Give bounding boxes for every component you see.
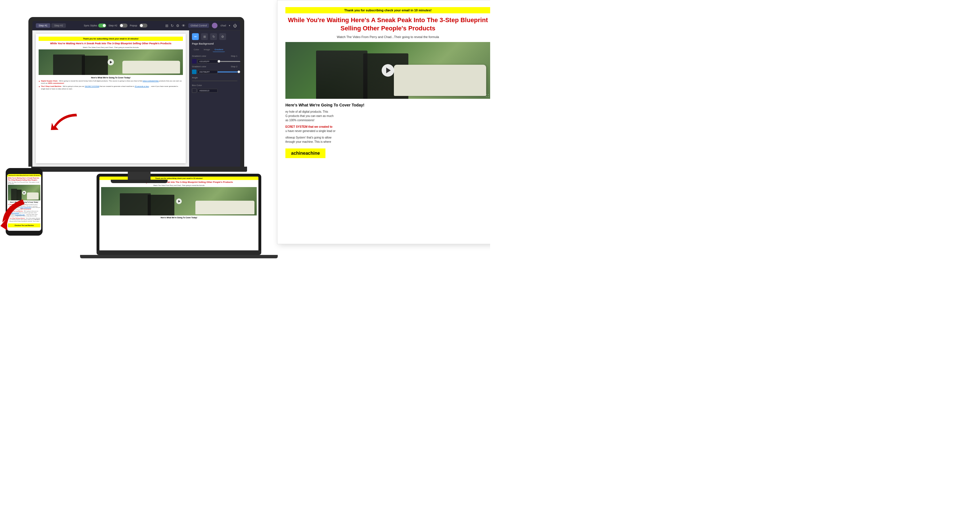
gradient-color2-row: Gradient color Stop 2 bbox=[192, 65, 237, 68]
stop2-slider[interactable] bbox=[218, 72, 240, 72]
bullet1-highlight: 100% commissions! bbox=[48, 82, 64, 84]
eye-icon[interactable]: 👁 bbox=[182, 24, 185, 28]
canvas-subtitle: Watch The Video From Perry and Chad...Th… bbox=[39, 46, 183, 48]
canvas-bullet-1: ● Digital Supply Chain - We're going to … bbox=[39, 80, 183, 84]
layers-icon[interactable]: ⊞ bbox=[165, 24, 169, 28]
panel-tab-color[interactable]: Color bbox=[192, 48, 201, 52]
canvas-title: While You're Waiting Here's A Sneak Peak… bbox=[39, 42, 183, 45]
color1-input[interactable] bbox=[198, 60, 218, 63]
step2-toggle[interactable] bbox=[119, 24, 127, 27]
angle-row: Angle bbox=[192, 76, 237, 79]
bg-page-text3: ollowup System' that's going to allow th… bbox=[285, 135, 490, 144]
laptop-video-play[interactable] bbox=[176, 199, 182, 204]
panel-section-title: Page Background bbox=[192, 42, 237, 45]
canvas-section-title: Here's What We're Going To Cover Today! bbox=[39, 76, 183, 79]
bg-page-cta-btn[interactable]: achineachine bbox=[285, 148, 325, 158]
laptop-wrapper: Thank you for subscribing check your ema… bbox=[97, 174, 261, 258]
color1-swatch[interactable] bbox=[192, 59, 197, 64]
bullet2-label: The 2 Step Lead Machine bbox=[41, 86, 61, 87]
stop1-label: Stop 1 bbox=[231, 55, 237, 57]
monitor-topbar: Step #1 Step #2 Sync Styles Step #2 Popu… bbox=[32, 21, 240, 30]
sync-styles-label: Sync Styles bbox=[84, 24, 97, 27]
bullet1-body: - We're going to reveal the secret honey… bbox=[58, 80, 143, 82]
panel-icon-layers[interactable]: ⊞ bbox=[201, 33, 208, 40]
bullet2-rest: that we created to generate a lead machi… bbox=[100, 86, 135, 87]
topbar-center: Sync Styles Step #2 Popup bbox=[69, 24, 162, 27]
stop2-label: Stop 2 bbox=[231, 65, 237, 68]
bg-video-expand-icon: ⛶ bbox=[486, 94, 489, 97]
bullet1-dot: ● bbox=[39, 80, 40, 82]
angle-label: Angle bbox=[192, 76, 198, 79]
phone-subtitle: Watch The Video From Perry and Chad...Th… bbox=[7, 181, 41, 185]
panel-tabs: Color Image Gradient bbox=[192, 48, 237, 52]
bullet1-link: HIGH CONVERTING bbox=[143, 80, 159, 82]
tab-step1[interactable]: Step #1 bbox=[36, 23, 50, 28]
panel-tab-gradient[interactable]: Gradient bbox=[213, 48, 225, 52]
topbar-step2-label: Step #2 bbox=[108, 24, 117, 27]
laptop-screen: Thank you for subscribing check your ema… bbox=[99, 177, 258, 250]
panel-icon-settings[interactable]: ⚙ bbox=[219, 33, 226, 40]
monitor-wrapper: Step #1 Step #2 Sync Styles Step #2 Popu… bbox=[29, 17, 250, 183]
bullet2-highlight: 45 seconds or less bbox=[135, 86, 149, 87]
bg-page-title: While You're Waiting Here's A Sneak Peak… bbox=[285, 16, 490, 32]
topbar-popup-label: Popup bbox=[130, 24, 137, 27]
monitor-neck bbox=[128, 172, 151, 180]
bg-page-subtitle: Watch The Video From Perry and Chad...Th… bbox=[285, 35, 490, 38]
panel-icon-edit[interactable]: ✏ bbox=[192, 33, 199, 40]
laptop-subtitle: Watch The Video From Perry and Chad...Th… bbox=[99, 184, 258, 186]
laptop-base bbox=[80, 255, 278, 258]
bg-page-text2: ECRET SYSTEM that we created to u have n… bbox=[285, 125, 490, 133]
tab-step2-left[interactable]: Step #2 bbox=[51, 23, 66, 28]
refresh-icon[interactable]: ↻ bbox=[171, 24, 174, 28]
laptop-screen-border: Thank you for subscribing check your ema… bbox=[97, 174, 261, 250]
panel-icon-refresh[interactable]: ↻ bbox=[210, 33, 217, 40]
phone-title: While You're Waiting Here's A Sneak Peak… bbox=[7, 177, 41, 181]
box-color-swatch[interactable] bbox=[192, 88, 197, 93]
laptop-video bbox=[101, 187, 257, 215]
stop1-slider[interactable] bbox=[218, 61, 240, 62]
bg-page-section-title: Here's What We're Going To Cover Today! bbox=[285, 103, 490, 107]
canvas-bullet-2: ● The 2 Step Lead Machine - We're going … bbox=[39, 85, 183, 90]
phone-banner: Thank you for subscribing check your ema… bbox=[7, 174, 41, 177]
topbar-icons: ⊞ ↻ ⚙ 👁 bbox=[165, 24, 185, 28]
bg-video-play-btn[interactable] bbox=[382, 64, 394, 76]
sync-styles-group: Sync Styles bbox=[84, 24, 106, 27]
canvas-area: Thank you for subscribing check your ema… bbox=[32, 30, 189, 167]
laptop-bottom bbox=[97, 250, 261, 255]
panel-icons-row: ✏ ⊞ ↻ ⚙ bbox=[192, 33, 237, 40]
gradient-color1-label: Gradient color bbox=[192, 55, 206, 57]
bullet1-text: Digital Supply Chain - We're going to re… bbox=[41, 80, 183, 84]
power-icon[interactable]: ⏻ bbox=[233, 24, 237, 28]
bullet2-body: - We're going to show you our bbox=[62, 86, 85, 87]
bullet2-dot: ● bbox=[39, 86, 40, 87]
color2-input[interactable] bbox=[198, 70, 218, 74]
monitor-chin bbox=[31, 167, 247, 172]
canvas-banner: Thank you for subscribing check your ema… bbox=[39, 37, 183, 41]
sync-styles-toggle[interactable] bbox=[98, 24, 106, 27]
canvas-video-play[interactable] bbox=[108, 59, 114, 65]
user-avatar[interactable] bbox=[212, 23, 218, 29]
bullet2-link: SECRET SYSTEM bbox=[85, 86, 99, 87]
monitor-base bbox=[111, 180, 167, 183]
popup-toggle[interactable] bbox=[140, 24, 147, 27]
bullet1-label: Digital Supply Chain bbox=[41, 80, 57, 82]
phone-notch bbox=[19, 170, 30, 173]
box-color-input[interactable] bbox=[198, 89, 218, 92]
box-color-label: Box Color bbox=[192, 84, 202, 87]
settings-icon[interactable]: ⚙ bbox=[176, 24, 180, 28]
box-color-row: Box Color bbox=[192, 84, 237, 87]
right-panel: ✏ ⊞ ↻ ⚙ Page Background Color Image Grad… bbox=[189, 30, 240, 167]
bullet2-text: The 2 Step Lead Machine - We're going to… bbox=[41, 85, 183, 90]
color2-swatch[interactable] bbox=[192, 70, 197, 74]
gradient-color1-input-row: 0% bbox=[192, 59, 237, 64]
user-label: chad bbox=[220, 24, 226, 27]
monitor-stand bbox=[29, 167, 250, 183]
global-control-btn[interactable]: Global Control bbox=[188, 23, 209, 28]
canvas-video bbox=[39, 49, 183, 75]
panel-tab-image[interactable]: Image bbox=[202, 48, 212, 52]
bg-page-banner: Thank you for subscribing check your ema… bbox=[285, 7, 490, 13]
chevron-icon: ▾ bbox=[229, 24, 230, 27]
angle-separator bbox=[192, 81, 237, 81]
bg-page-video: ⛶ bbox=[285, 42, 490, 99]
background-page: Thank you for subscribing check your ema… bbox=[277, 0, 490, 244]
